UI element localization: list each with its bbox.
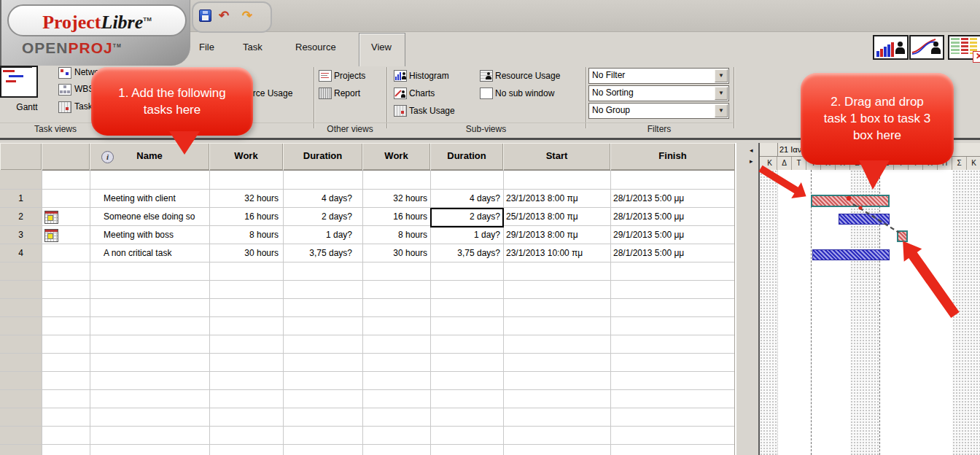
network-icon[interactable] [58,67,71,79]
column-header-finish[interactable]: Finish [610,143,735,170]
report-icon[interactable] [319,88,332,99]
tab-resource[interactable]: Resource [295,42,336,52]
task-usage-icon[interactable] [58,101,71,113]
bar [400,72,401,80]
chevron-down-icon[interactable]: ▼ [715,69,728,82]
gantt-bar-task-4[interactable] [812,249,890,260]
info-column-header[interactable]: i [42,143,90,170]
no-sub-window-icon[interactable] [480,88,493,99]
save-icon[interactable] [199,9,211,22]
corner-header-cell[interactable] [0,143,42,170]
gantt-button-label[interactable]: Gantt [10,102,44,113]
gantt-bar-task-3-drop-target[interactable] [897,230,908,242]
node [67,90,70,93]
work-cell[interactable]: 16 hours [209,208,279,226]
duration-cell[interactable]: 1 day? [283,226,352,244]
work-cell[interactable]: 8 hours [362,226,427,244]
openproj-logo: OPENPROJTM [22,39,122,57]
group-dropdown[interactable]: No Group ▼ [588,103,729,119]
gantt-bar-task-2[interactable] [839,214,890,225]
chevron-down-icon[interactable]: ▼ [715,104,728,117]
person-icon [402,76,406,79]
tab-file[interactable]: File [199,42,214,52]
person-icon [931,47,941,54]
finish-cell[interactable]: 28/1/2013 5:00 μμ [613,208,684,226]
report-view-item[interactable]: Report [334,88,360,99]
column-header-work2[interactable]: Work [362,143,430,170]
project-start-line [811,170,812,455]
column-header-duration1[interactable]: Duration [283,143,362,170]
task-name-cell[interactable]: Meeting with client [104,190,176,208]
column-header-work1[interactable]: Work [209,143,283,170]
gantt-bar-task-1-dragging[interactable] [811,195,890,207]
row-number[interactable]: 1 [0,190,42,208]
callout-2-line3: box here [801,127,954,144]
filter-dropdown[interactable]: No Filter ▼ [588,68,729,84]
charts-subview-item[interactable]: Charts [409,88,435,99]
histogram-subview-item[interactable]: Histogram [409,71,449,82]
resource-usage-subview-item[interactable]: Resource Usage [495,71,560,82]
row-number[interactable]: 2 [0,208,42,226]
duration-cell[interactable]: 4 days? [430,190,500,208]
finish-cell[interactable]: 28/1/2013 5:00 μμ [613,190,684,208]
duration-cell[interactable]: 3,75 days? [430,244,500,262]
spreadsheet-close-icon[interactable]: ✕ [948,35,980,60]
task-name-cell[interactable]: Someone else doing so [104,208,195,226]
finish-cell[interactable]: 29/1/2013 5:00 μμ [613,226,684,244]
projects-view-item[interactable]: Projects [334,71,365,82]
gantt-day-letter: Σ [952,157,967,170]
callout-2-annotation: 2. Drag and drop task 1 box to task 3 bo… [801,73,954,165]
task-name-cell[interactable]: Meeting with boss [104,226,174,244]
undo-icon[interactable]: ↶ [217,9,231,23]
column-header-duration2[interactable]: Duration [430,143,503,170]
row-number[interactable]: 4 [0,244,42,262]
task-name-cell[interactable]: A non critical task [104,244,171,262]
resource-usage-subview-icon[interactable] [480,70,493,82]
gantt-view-button[interactable] [0,66,38,98]
task-usage-subview-icon[interactable] [394,105,407,117]
date-gridline [879,170,880,455]
node [63,85,66,88]
no-sub-window-item[interactable]: No sub window [495,88,554,99]
sorting-dropdown-value: No Sorting [592,87,634,99]
start-cell[interactable]: 23/1/2013 8:00 πμ [506,190,578,208]
duration-cell[interactable]: 1 day? [430,226,500,244]
task-usage-subview-item[interactable]: Task Usage [409,106,455,117]
duration-cell[interactable]: 4 days? [283,190,352,208]
splitter-collapse-arrows[interactable]: ◂▸ [750,145,758,168]
group-label-other-views: Other views [314,122,386,136]
start-cell[interactable]: 29/1/2013 8:00 πμ [506,226,578,244]
close-icon: ✕ [973,51,980,63]
work-cell[interactable]: 32 hours [362,190,427,208]
finish-cell[interactable]: 28/1/2013 5:00 μμ [613,244,684,262]
histogram-report-icon[interactable] [873,35,909,60]
work-cell[interactable]: 30 hours [209,244,279,262]
gantt-day-letter: Κ [763,157,777,170]
callout-1-annotation: 1. Add the following tasks here [91,67,253,136]
redo-icon[interactable]: ↷ [240,9,254,23]
charts-icon[interactable] [394,88,407,99]
scurve-report-icon[interactable] [909,35,944,60]
work-cell[interactable]: 32 hours [209,190,279,208]
start-cell[interactable]: 25/1/2013 8:00 πμ [506,208,578,226]
row-number[interactable]: 3 [0,226,42,244]
column-header-start[interactable]: Start [503,143,610,170]
duration-cell[interactable]: 3,75 days? [283,244,352,262]
work-cell[interactable]: 16 hours [362,208,427,226]
work-cell[interactable]: 8 hours [209,226,279,244]
weekend-shading [760,170,777,455]
tab-view[interactable]: View [371,42,392,52]
dot [66,107,69,110]
work-cell[interactable]: 30 hours [362,244,427,262]
task-calendar-indicator-icon [44,229,58,242]
projects-icon[interactable] [319,70,332,82]
histogram-icon[interactable] [394,70,407,82]
column-header-name[interactable]: Name [90,143,209,170]
group-divider [734,67,734,128]
sorting-dropdown[interactable]: No Sorting ▼ [588,85,729,101]
tab-task[interactable]: Task [243,42,262,52]
duration-cell[interactable]: 2 days? [283,208,352,226]
start-cell[interactable]: 23/1/2013 10:00 πμ [506,244,583,262]
chevron-down-icon[interactable]: ▼ [715,87,728,100]
wbs-icon[interactable] [58,84,71,96]
